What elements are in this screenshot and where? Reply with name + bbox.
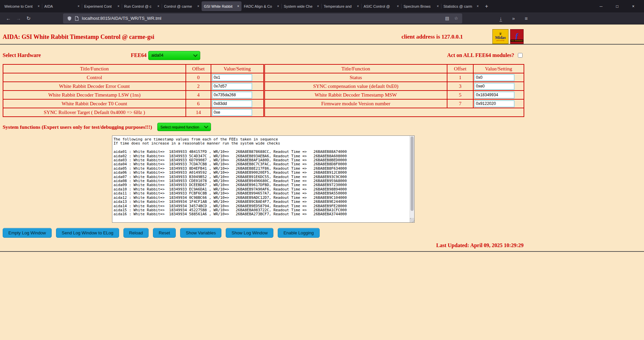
empty-table-cell [264,108,524,117]
tab-title: Statistics @ carm [443,4,475,8]
log-scrollbar[interactable] [410,136,414,222]
tab-title: System wide Che [284,4,315,8]
enable-logging-button[interactable]: Enable Logging [278,228,319,238]
table-row: Control0Status1 [3,73,524,82]
tab-close-icon[interactable]: × [117,4,119,8]
tab-close-icon[interactable]: × [237,4,239,8]
browser-tab[interactable]: System wide Che× [281,1,321,11]
midas-logo[interactable]: ♛ Midas powered by [492,29,508,44]
reset-button[interactable]: Reset [153,228,176,238]
tab-close-icon[interactable]: × [357,4,359,8]
select-hardware-label: Select Hardware [3,52,131,58]
urlbar-actions: ▤ ☆ [445,16,458,21]
last-updated-text: Last Updated: April 09, 2025 10:29:29 [3,242,524,248]
resize-grip-icon[interactable] [410,218,414,222]
tab-close-icon[interactable]: × [477,4,479,8]
tab-close-icon[interactable]: × [397,4,399,8]
register-offset: 3 [447,82,473,91]
browser-tab[interactable]: Run Control @ c× [122,1,162,11]
browser-tab[interactable]: ASIC Control @× [361,1,401,11]
register-value-cell [473,82,524,91]
show-variables-button[interactable]: Show Variables [180,228,221,238]
register-offset: 0 [186,73,211,82]
tab-title: Control @ carme [164,4,196,8]
tab-title: Temperature and [324,4,355,8]
register-value-input[interactable] [212,100,252,107]
register-offset: 1 [447,73,473,82]
browser-tab[interactable]: FADC Align & Co× [241,1,281,11]
back-icon[interactable]: ← [3,14,13,23]
toolbar-actions: ↓ » ≡ [496,14,531,23]
overflow-chevron-icon[interactable]: » [508,14,519,23]
browser-tab[interactable]: Experiment Cont× [82,1,122,11]
shield-icon[interactable] [67,16,72,21]
page-header: AIDA: GSI White Rabbit Timestamp Control… [3,24,524,41]
select-hardware-row: Select Hardware FEE64 aida04 Act on ALL … [3,51,524,60]
register-value-input[interactable] [212,92,252,99]
col-header-offset: Offset [447,64,473,73]
register-value-input[interactable] [474,100,515,107]
register-value-cell [473,91,524,99]
tab-close-icon[interactable]: × [277,4,279,8]
page-info-icon[interactable] [75,16,79,21]
page-content: AIDA: GSI White Rabbit Timestamp Control… [0,24,644,340]
menu-icon[interactable]: ≡ [521,14,531,23]
act-on-all-checkbox[interactable] [518,53,523,58]
reload-icon[interactable]: ↻ [23,14,34,23]
register-value-cell [473,73,524,82]
forward-icon[interactable]: → [13,14,23,23]
register-title: White Rabbit Decoder Timestamp MSW [264,91,447,99]
log-text: The following are timestamp values from … [112,136,414,222]
tab-close-icon[interactable]: × [38,4,40,8]
empty-log-window-button[interactable]: Empty Log Window [3,228,52,238]
crown-icon: ♛ [499,32,502,36]
browser-tab[interactable]: Statistics @ carm× [441,1,481,11]
tab-close-icon[interactable]: × [157,4,159,8]
show-log-window-button[interactable]: Show Log Window [226,228,273,238]
bookmark-star-icon[interactable]: ☆ [454,16,458,21]
downloads-icon[interactable]: ↓ [496,14,506,23]
register-offset: 5 [447,91,473,99]
register-value-input[interactable] [212,83,252,90]
midas-logo-subtext: powered by [496,40,504,41]
register-value-input[interactable] [212,74,252,81]
system-functions-select[interactable]: Select required function [157,123,211,131]
tab-close-icon[interactable]: × [77,4,79,8]
scrollbar-thumb[interactable] [411,136,414,211]
tab-close-icon[interactable]: × [197,4,199,8]
log-window-area: The following are timestamp values from … [3,135,524,223]
browser-tab[interactable]: GSI White Rabbit× [202,1,241,11]
table-row: White Rabbit Decoder T0 Count6Firmware m… [3,99,524,108]
fee64-selected-value: aida04 [151,53,189,58]
browser-tab[interactable]: Welcome to Cent× [2,1,42,11]
maximize-button[interactable]: □ [609,4,625,9]
tab-close-icon[interactable]: × [317,4,319,8]
register-value-input[interactable] [212,109,252,116]
reader-mode-icon[interactable]: ▤ [445,16,449,21]
log-window[interactable]: The following are timestamp values from … [112,135,415,223]
send-log-to-elog-button[interactable]: Send Log Window to ELog [56,228,119,238]
register-title: White Rabbit Decoder T0 Count [3,99,186,108]
col-header-offset: Offset [186,64,211,73]
browser-tab[interactable]: Spectrum Brows× [401,1,441,11]
page-title: AIDA: GSI White Rabbit Timestamp Control… [3,29,154,41]
tcl-powered-logo[interactable]: ƒ TCL POWERED [510,29,524,44]
col-header-value: Value/Setting [211,64,264,73]
register-title: SYNC Rollover Target ( Default 0x4000 =>… [3,108,186,117]
url-bar[interactable]: localhost:8015/AIDA/TS_WR/TS_WR.tml ▤ ☆ [63,13,462,23]
tab-close-icon[interactable]: × [437,4,439,8]
tab-title: Spectrum Brows [404,4,435,8]
browser-tab[interactable]: Control @ carme× [162,1,202,11]
minimize-button[interactable]: ─ [593,4,609,9]
fee64-select[interactable]: aida04 [148,51,200,60]
reload-button[interactable]: Reload [123,228,149,238]
close-button[interactable]: × [625,4,641,9]
fee64-label: FEE64 [131,52,147,58]
browser-tab[interactable]: Temperature and× [321,1,361,11]
register-value-input[interactable] [474,74,515,81]
new-tab-button[interactable]: + [481,3,492,9]
register-value-input[interactable] [474,92,515,99]
tcl-logo-text: TCL POWERED [511,40,523,42]
register-value-input[interactable] [474,83,515,90]
browser-tab[interactable]: AIDA× [42,1,82,11]
